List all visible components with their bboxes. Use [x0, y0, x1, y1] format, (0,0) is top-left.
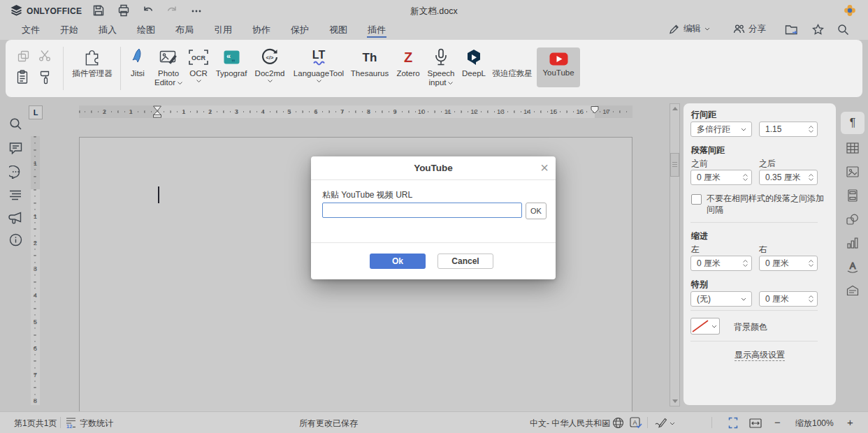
spinner-arrows[interactable] — [809, 122, 813, 136]
shape-settings-tab[interactable] — [841, 208, 865, 230]
scrollbar-thumb[interactable] — [670, 153, 679, 177]
zoom-level[interactable]: 缩放100% — [795, 418, 834, 430]
image-settings-tab[interactable] — [841, 161, 865, 183]
print-button[interactable] — [117, 3, 131, 17]
copy-button[interactable] — [16, 49, 30, 63]
plugin-photo-editor[interactable]: Photo Editor — [151, 45, 186, 91]
chat-button[interactable] — [8, 165, 22, 179]
vertical-ruler[interactable]: 112345678 — [31, 136, 40, 405]
zoom-in-button[interactable]: + — [847, 416, 853, 428]
horizontal-ruler[interactable]: 211234567891011121314151617 — [79, 105, 632, 118]
close-icon[interactable]: × — [540, 159, 549, 177]
cancel-button[interactable]: Cancel — [437, 254, 493, 269]
spacing-before-spinner[interactable]: 0 厘米 — [690, 170, 752, 185]
spinner-arrows[interactable] — [809, 292, 813, 306]
save-button[interactable] — [92, 3, 106, 17]
tab-protection[interactable]: 保护 — [290, 23, 310, 38]
scroll-down-button[interactable] — [670, 397, 679, 406]
tab-view[interactable]: 视图 — [328, 23, 348, 38]
tab-plugins[interactable]: 插件 — [367, 23, 386, 38]
spinner-arrows[interactable] — [809, 170, 813, 184]
search-button[interactable] — [836, 22, 850, 36]
plugin-zotero[interactable]: Z Zotero — [393, 45, 423, 91]
line-spacing-factor-spinner[interactable]: 1.15 — [759, 122, 818, 137]
special-indent-value: (无) — [697, 293, 711, 305]
vertical-scrollbar[interactable] — [670, 103, 680, 406]
feedback-button[interactable] — [8, 211, 22, 225]
plugin-speech-input[interactable]: Speech input — [426, 45, 456, 91]
spinner-arrows[interactable] — [743, 256, 748, 270]
indent-left-spinner[interactable]: 0 厘米 — [690, 256, 752, 271]
zoom-out-button[interactable]: − — [774, 416, 781, 428]
plugin-ocr[interactable]: OCR OCR — [187, 45, 210, 91]
plugin-doc2md[interactable]: </> Doc2md — [252, 45, 288, 91]
plugin-youtube[interactable]: YouTube — [537, 47, 580, 87]
plugin-thesaurus[interactable]: Th Thesaurus — [349, 45, 390, 91]
paragraph-settings-tab[interactable]: ¶ — [841, 112, 865, 134]
special-indent-select[interactable]: (无) — [690, 291, 752, 307]
editing-mode-button[interactable]: 编辑 — [669, 23, 710, 35]
tab-collaboration[interactable]: 协作 — [252, 23, 271, 38]
language-selector[interactable]: 中文- 中华人民共和国 — [530, 418, 610, 430]
header-footer-settings-tab[interactable] — [841, 184, 865, 207]
fit-page-button[interactable] — [728, 417, 738, 429]
share-button[interactable]: 分享 — [733, 23, 766, 35]
right-indent-marker[interactable] — [591, 106, 599, 114]
plugin-languagetool[interactable]: LT LanguageTool — [291, 45, 347, 91]
ok-button[interactable]: Ok — [370, 254, 426, 269]
about-button[interactable] — [8, 233, 22, 247]
tab-draw[interactable]: 绘图 — [136, 23, 156, 38]
advanced-settings-label[interactable]: 显示高级设置 — [735, 350, 785, 361]
fit-width-button[interactable] — [749, 418, 762, 428]
table-settings-tab[interactable] — [841, 137, 865, 159]
background-color-swatch[interactable] — [690, 318, 710, 335]
plugin-manager-button[interactable]: 插件管理器 — [70, 45, 115, 91]
background-color-dropdown[interactable] — [709, 318, 720, 335]
spinner-arrows[interactable] — [743, 170, 748, 184]
spell-check-button[interactable]: A — [630, 417, 642, 429]
format-painter-button[interactable] — [38, 71, 52, 85]
page-indicator[interactable]: 第1页共1页 — [14, 418, 57, 430]
special-indent-title: 特别 — [691, 279, 708, 291]
spacing-after-spinner[interactable]: 0.35 厘米 — [759, 170, 818, 185]
find-button[interactable] — [8, 117, 22, 131]
plugins-toolbar: 插件管理器 Jitsi Photo Editor OCR — [6, 40, 862, 97]
plugin-qiangpozheng[interactable]: 强迫症救星 — [491, 45, 534, 91]
plugin-typograf[interactable]: « „ Typograf — [212, 45, 250, 91]
tab-insert[interactable]: 插入 — [98, 23, 117, 38]
undo-button[interactable] — [141, 3, 155, 17]
plugin-deepl[interactable]: DeepL — [461, 45, 486, 91]
chart-settings-tab[interactable] — [841, 232, 865, 254]
url-label: 粘贴 YouTube 视频 URL — [322, 189, 412, 201]
same-style-checkbox[interactable] — [691, 194, 702, 205]
avatar[interactable] — [843, 3, 857, 17]
more-actions-button[interactable] — [189, 4, 203, 18]
mail-merge-settings-tab[interactable] — [841, 279, 865, 302]
open-file-location-button[interactable] — [784, 22, 798, 36]
plugin-jitsi[interactable]: Jitsi — [126, 45, 150, 91]
cut-button[interactable] — [38, 48, 52, 62]
indent-markers[interactable] — [152, 105, 162, 118]
indent-right-spinner[interactable]: 0 厘米 — [759, 256, 818, 271]
tab-home[interactable]: 开始 — [59, 23, 79, 38]
paste-button[interactable] — [15, 70, 29, 84]
line-spacing-select[interactable]: 多倍行距 — [690, 122, 752, 137]
url-ok-button[interactable]: OK — [526, 203, 547, 219]
spinner-arrows[interactable] — [809, 256, 813, 270]
url-input[interactable] — [322, 203, 522, 218]
headings-navigation-button[interactable] — [8, 188, 22, 202]
track-changes-button[interactable] — [654, 417, 667, 429]
tab-references[interactable]: 引用 — [213, 23, 233, 38]
redo-button[interactable] — [165, 3, 179, 17]
scroll-up-button[interactable] — [670, 104, 679, 113]
tab-layout[interactable]: 布局 — [175, 23, 194, 38]
comments-button[interactable] — [8, 141, 22, 155]
special-indent-by-spinner[interactable]: 0 厘米 — [759, 291, 818, 307]
word-count-button[interactable]: 字数统计 — [80, 418, 113, 430]
tab-stop-selector[interactable]: L — [29, 105, 43, 119]
text-art-settings-tab[interactable]: A — [841, 256, 865, 278]
tab-file[interactable]: 文件 — [21, 23, 41, 38]
document-language-button[interactable] — [612, 417, 624, 429]
favorite-star-button[interactable] — [811, 22, 825, 36]
dialog-header[interactable]: YouTube × — [311, 156, 556, 180]
